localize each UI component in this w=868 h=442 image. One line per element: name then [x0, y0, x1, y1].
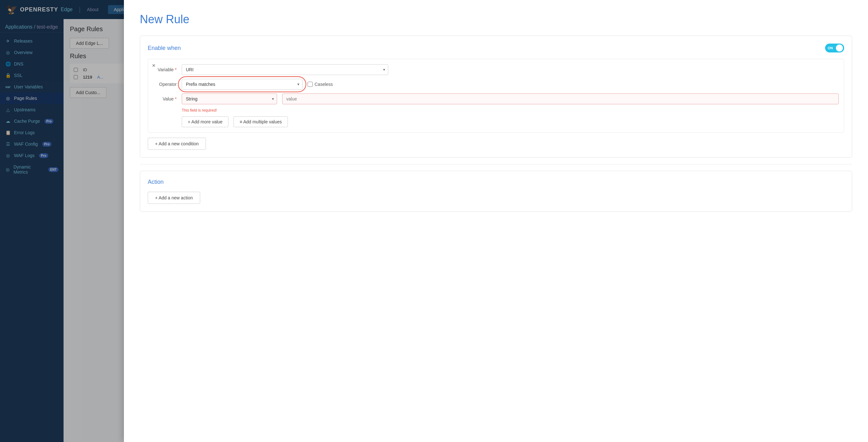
value-required: *: [175, 96, 177, 101]
section-header: Enable when ON: [148, 43, 844, 53]
value-action-buttons: + Add more value ≡ Add multiple values: [182, 116, 839, 127]
value-input[interactable]: [282, 93, 839, 104]
caseless-checkbox[interactable]: [308, 82, 313, 87]
variable-select[interactable]: URI: [182, 64, 388, 75]
action-section: Action + Add a new action: [140, 171, 852, 212]
toggle-wrap: ON: [825, 43, 844, 53]
operator-label: Operator: [154, 82, 177, 87]
variable-required: *: [175, 67, 177, 72]
action-label: Action: [148, 179, 164, 185]
value-type-select[interactable]: String Number Regex: [182, 93, 277, 104]
enable-toggle[interactable]: ON: [825, 43, 844, 53]
error-message: This field is required!: [182, 108, 839, 113]
condition-container: ✕ Variable * URI Operator: [148, 59, 844, 132]
value-label: Value *: [154, 96, 177, 101]
section-divider: [140, 164, 852, 165]
toggle-on-text: ON: [828, 46, 833, 50]
operator-select[interactable]: Prefix matches Suffix matches Equals Con…: [182, 79, 303, 90]
value-type-select-wrap: String Number Regex: [182, 93, 277, 104]
action-section-header: Action: [148, 179, 844, 185]
add-multiple-values-button[interactable]: ≡ Add multiple values: [234, 116, 288, 127]
toggle-knob: [836, 45, 843, 52]
add-more-value-button[interactable]: + Add more value: [182, 116, 228, 127]
operator-row: Operator Prefix matches Suffix matches E…: [154, 79, 839, 90]
toggle-slider: ON: [825, 43, 844, 53]
variable-label: Variable *: [154, 67, 177, 72]
modal-panel: × New Rule Enable when ON ✕ Variable: [124, 0, 868, 442]
caseless-wrap: Caseless: [308, 82, 333, 87]
add-action-button[interactable]: + Add a new action: [148, 192, 200, 204]
operator-select-wrap: Prefix matches Suffix matches Equals Con…: [182, 79, 303, 90]
variable-row: Variable * URI: [154, 64, 839, 75]
variable-select-wrap: URI: [182, 64, 388, 75]
value-row: Value * String Number Regex: [154, 93, 839, 104]
enable-when-section: Enable when ON ✕ Variable *: [140, 36, 852, 158]
modal-title: New Rule: [140, 13, 852, 26]
add-condition-button[interactable]: + Add a new condition: [148, 138, 206, 150]
caseless-label[interactable]: Caseless: [314, 82, 333, 87]
condition-remove-button[interactable]: ✕: [152, 63, 156, 68]
enable-when-label: Enable when: [148, 45, 181, 52]
operator-highlighted-wrap: Prefix matches Suffix matches Equals Con…: [182, 79, 303, 90]
